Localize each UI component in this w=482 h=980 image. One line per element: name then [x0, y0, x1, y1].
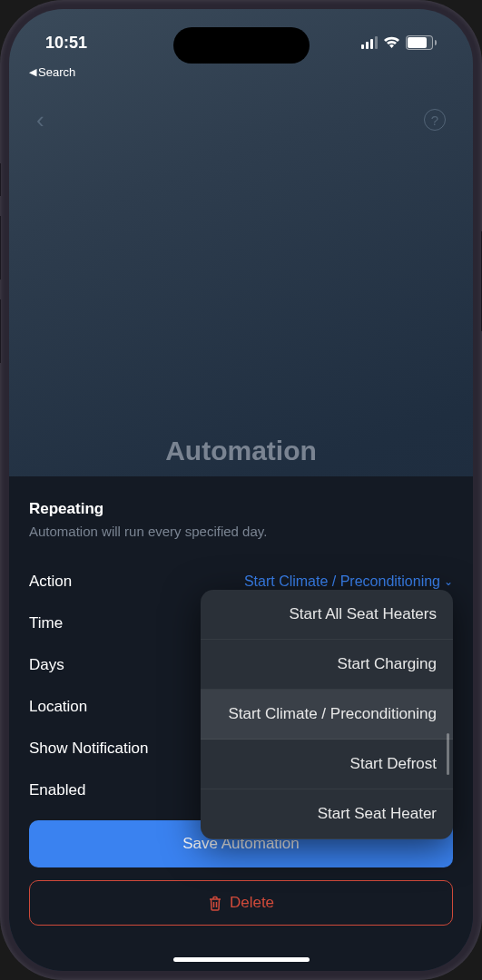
dropdown-option[interactable]: Start All Seat Heaters: [201, 590, 453, 640]
row-label-show-notification: Show Notification: [29, 740, 148, 758]
screen: 10:51 75 ◀: [9, 9, 473, 971]
row-value-action: Start Climate / Preconditioning ⌄: [244, 573, 453, 590]
battery-indicator: 75: [406, 35, 437, 50]
delete-label: Delete: [230, 894, 274, 912]
phone-frame: 10:51 75 ◀: [0, 0, 482, 980]
dropdown-option[interactable]: Start Charging: [201, 640, 453, 690]
row-label-action: Action: [29, 573, 72, 591]
status-icons: 75: [361, 23, 438, 50]
wifi-icon: [383, 36, 400, 49]
page-title: Automation: [9, 436, 473, 466]
chevron-down-icon: ⌄: [444, 575, 453, 588]
status-time: 10:51: [45, 21, 87, 53]
row-label-enabled: Enabled: [29, 781, 85, 799]
cellular-signal-icon: [361, 36, 379, 49]
dynamic-island: [173, 27, 310, 64]
help-icon[interactable]: ?: [424, 109, 446, 131]
breadcrumb-label: Search: [38, 65, 75, 79]
row-label-days: Days: [29, 656, 64, 674]
home-indicator[interactable]: [173, 957, 310, 962]
action-dropdown: Start All Seat Heaters Start Charging St…: [201, 590, 453, 839]
delete-button[interactable]: Delete: [29, 880, 453, 926]
breadcrumb-back[interactable]: ◀ Search: [29, 65, 75, 79]
back-button[interactable]: ‹: [36, 106, 44, 134]
battery-percent: 75: [414, 37, 425, 48]
dropdown-option[interactable]: Start Defrost: [201, 740, 453, 789]
nav-bar: ‹ ?: [9, 100, 473, 140]
scroll-indicator[interactable]: [447, 733, 449, 775]
chevron-left-icon: ◀: [29, 66, 36, 78]
trash-icon: [208, 896, 222, 911]
phone-side-buttons-left: [0, 163, 1, 383]
dropdown-option[interactable]: Start Seat Heater: [201, 789, 453, 839]
dropdown-option-selected[interactable]: Start Climate / Preconditioning: [201, 690, 453, 740]
row-label-time: Time: [29, 614, 63, 632]
section-title: Repeating: [29, 500, 453, 518]
row-label-location: Location: [29, 698, 87, 716]
section-description: Automation will run every specified day.: [29, 524, 453, 539]
